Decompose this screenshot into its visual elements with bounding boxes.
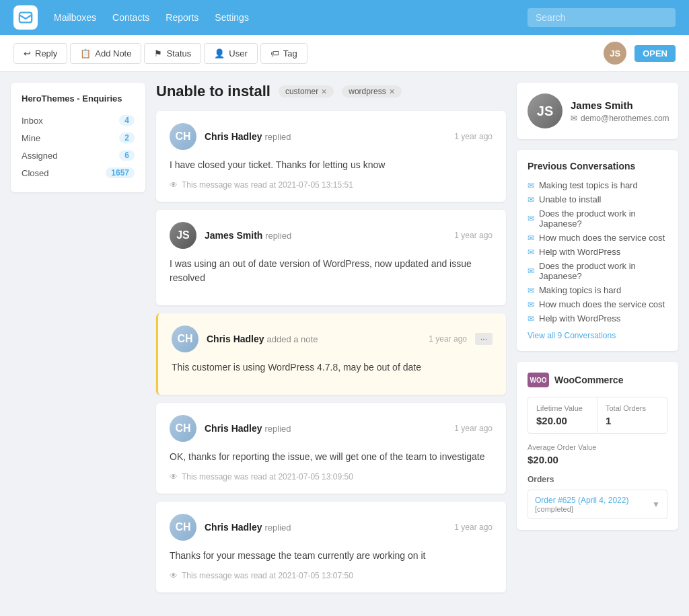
message-action: replied bbox=[264, 424, 291, 434]
sidebar-inbox-count: 4 bbox=[119, 115, 135, 126]
note-body: This customer is using WordPress 4.7.8, … bbox=[172, 360, 493, 375]
avatar: JS bbox=[604, 42, 626, 65]
nav-contacts[interactable]: Contacts bbox=[112, 12, 149, 23]
message-header: CH Chris Hadley replied 1 year ago bbox=[170, 415, 493, 442]
tag-wordpress-label: wordpress bbox=[349, 87, 386, 96]
list-item[interactable]: ✉ Help with WordPress bbox=[528, 245, 667, 259]
sidebar-item-closed[interactable]: Closed 1657 bbox=[22, 164, 135, 182]
list-item[interactable]: ✉ Making topics is hard bbox=[528, 283, 667, 297]
sidebar-mine-label: Mine bbox=[22, 133, 40, 143]
top-nav: Mailboxes Contacts Reports Settings bbox=[0, 0, 689, 35]
nav-settings[interactable]: Settings bbox=[215, 12, 249, 23]
tag-wordpress[interactable]: wordpress ✕ bbox=[342, 85, 401, 98]
list-item[interactable]: ✉ Making test topics is hard bbox=[528, 178, 667, 192]
note-icon: 📋 bbox=[80, 48, 91, 59]
message-read-time: This message was read at 2021-07-05 13:0… bbox=[182, 571, 353, 580]
message-card: JS James Smith replied 1 year ago I was … bbox=[156, 210, 506, 305]
sidebar-card: HeroThemes - Enquiries Inbox 4 Mine 2 As… bbox=[11, 83, 145, 192]
conv-label: Does the product work in Japanese? bbox=[539, 208, 667, 229]
message-action: added a note bbox=[266, 334, 318, 344]
woo-total-orders-value: 1 bbox=[606, 415, 659, 426]
sidebar-assigned-label: Assigned bbox=[22, 151, 57, 161]
list-item[interactable]: ✉ Does the product work in Japanese? bbox=[528, 259, 667, 283]
woo-order-status: [completed] bbox=[535, 505, 628, 513]
list-item[interactable]: ✉ How much does the service cost bbox=[528, 297, 667, 311]
message-read-time: This message was read at 2021-07-05 13:0… bbox=[182, 472, 353, 482]
message-meta: James Smith replied bbox=[205, 230, 446, 241]
user-card: JS James Smith ✉ demo@herothemes.com bbox=[517, 83, 678, 139]
message-header: CH Chris Hadley replied 1 year ago bbox=[170, 514, 493, 541]
mail-icon: ✉ bbox=[528, 247, 534, 257]
prev-conv-list: ✉ Making test topics is hard ✉ Unable to… bbox=[528, 178, 667, 325]
message-action: replied bbox=[264, 523, 291, 533]
status-button[interactable]: ⚑ Status bbox=[144, 43, 201, 64]
woo-logo: WOO bbox=[528, 373, 549, 387]
message-body: I was using an out of date version of Wo… bbox=[170, 257, 493, 285]
reply-button[interactable]: ↩ Reply bbox=[13, 43, 67, 64]
logo[interactable] bbox=[13, 5, 38, 30]
message-card: CH Chris Hadley replied 1 year ago I hav… bbox=[156, 111, 506, 202]
messages: CH Chris Hadley replied 1 year ago I hav… bbox=[156, 111, 506, 601]
message-author: Chris Hadley bbox=[207, 334, 264, 344]
nav-mailboxes[interactable]: Mailboxes bbox=[54, 12, 96, 23]
sidebar-item-inbox[interactable]: Inbox 4 bbox=[22, 112, 135, 129]
sidebar-item-mine[interactable]: Mine 2 bbox=[22, 129, 135, 147]
woo-order-item: Order #625 (April 4, 2022) [completed] ▼ bbox=[528, 490, 667, 519]
woo-order-link[interactable]: Order #625 (April 4, 2022) bbox=[535, 496, 628, 505]
message-read: 👁 This message was read at 2021-07-05 13… bbox=[170, 180, 493, 190]
sidebar-assigned-count: 6 bbox=[119, 150, 135, 161]
woo-header: WOO WooCommerce bbox=[528, 373, 667, 387]
message-author: Chris Hadley bbox=[205, 423, 262, 434]
tag-customer[interactable]: customer ✕ bbox=[279, 85, 334, 98]
search-input[interactable] bbox=[528, 8, 676, 27]
avatar: CH bbox=[170, 123, 196, 150]
woocommerce-card: WOO WooCommerce Lifetime Value $20.00 To… bbox=[517, 362, 678, 530]
mail-icon: ✉ bbox=[528, 314, 534, 323]
chevron-down-icon: ▼ bbox=[652, 500, 660, 509]
ticket-header: Unable to install customer ✕ wordpress ✕ bbox=[156, 83, 506, 100]
message-time: 1 year ago bbox=[454, 132, 493, 141]
sidebar-closed-count: 1657 bbox=[106, 167, 135, 178]
email-icon: ✉ bbox=[571, 114, 577, 123]
add-note-button[interactable]: 📋 Add Note bbox=[70, 43, 141, 64]
list-item[interactable]: ✉ How much does the service cost bbox=[528, 231, 667, 245]
mail-icon: ✉ bbox=[528, 233, 534, 243]
tag-customer-remove[interactable]: ✕ bbox=[321, 87, 327, 96]
list-item[interactable]: ✉ Unable to install bbox=[528, 192, 667, 206]
conv-label: Help with WordPress bbox=[539, 313, 620, 323]
message-body: I have closed your ticket. Thanks for le… bbox=[170, 158, 493, 172]
message-action: replied bbox=[265, 231, 291, 241]
list-item[interactable]: ✉ Does the product work in Japanese? bbox=[528, 206, 667, 231]
woo-lifetime-value: Lifetime Value $20.00 bbox=[528, 397, 597, 433]
conv-label: Making topics is hard bbox=[539, 285, 621, 295]
nav-reports[interactable]: Reports bbox=[166, 12, 198, 23]
user-avatar: JS bbox=[528, 93, 563, 128]
woo-lifetime-amount: $20.00 bbox=[536, 415, 589, 426]
sidebar-inbox-label: Inbox bbox=[22, 116, 43, 126]
message-header: CH Chris Hadley replied 1 year ago bbox=[170, 123, 493, 150]
message-author: James Smith bbox=[205, 230, 262, 241]
user-button[interactable]: 👤 User bbox=[204, 43, 257, 64]
tag-button[interactable]: 🏷 Tag bbox=[260, 43, 307, 64]
note-actions-button[interactable]: ··· bbox=[475, 333, 493, 345]
message-header: CH Chris Hadley added a note 1 year ago … bbox=[172, 325, 493, 352]
avatar: CH bbox=[170, 415, 196, 442]
svg-rect-0 bbox=[20, 13, 32, 23]
prev-conversations-title: Previous Conversations bbox=[528, 161, 667, 171]
tag-customer-label: customer bbox=[285, 87, 318, 96]
list-item[interactable]: ✉ Help with WordPress bbox=[528, 311, 667, 325]
woo-avg-label: Average Order Value bbox=[528, 443, 667, 451]
tag-wordpress-remove[interactable]: ✕ bbox=[389, 87, 395, 96]
view-all-link[interactable]: View all 9 Conversations bbox=[528, 331, 667, 340]
mail-icon: ✉ bbox=[528, 266, 534, 276]
conv-label: Does the product work in Japanese? bbox=[539, 261, 667, 281]
mail-icon: ✉ bbox=[528, 214, 534, 223]
conv-label: Making test topics is hard bbox=[539, 180, 638, 190]
conv-label: Help with WordPress bbox=[539, 247, 620, 257]
avatar: CH bbox=[172, 325, 198, 352]
ticket-title: Unable to install bbox=[156, 83, 270, 100]
right-panel: JS James Smith ✉ demo@herothemes.com Pre… bbox=[517, 83, 678, 607]
sidebar-item-assigned[interactable]: Assigned 6 bbox=[22, 147, 135, 164]
message-read: 👁 This message was read at 2021-07-05 13… bbox=[170, 472, 493, 482]
woo-avg-value: $20.00 bbox=[528, 454, 667, 465]
